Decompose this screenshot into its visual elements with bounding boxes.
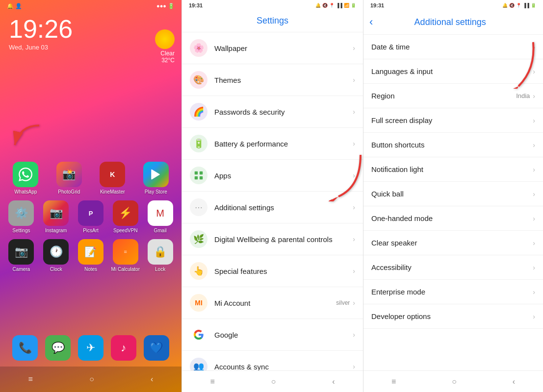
settings-item-additional[interactable]: ⋯ Additional settings › [182,192,363,223]
speedvpn-icon: ⚡ [113,200,138,226]
dock-app5[interactable]: 💙 [140,335,173,363]
phone1-homescreen: 🔔 👤 ●●● 🔋 19:26 Wed, June 03 Clear 32°C … [0,0,181,392]
location-icon: 📍 [329,3,335,8]
phone3-additional-settings: 19:31 🔔 🔇 📍 ▐▐ 🔋 ‹ Additional settings D… [363,0,543,392]
app-speedvpn[interactable]: ⚡ SpeedVPN [108,200,143,233]
phone2-menu-btn[interactable]: ≡ [210,377,214,386]
settings-item-battery[interactable]: 🔋 Battery & performance › [182,128,363,160]
camera-label: Camera [13,267,30,272]
settings-item-apps[interactable]: Apps › [182,160,363,192]
calculator-label: Mi Calculator [111,267,140,272]
settings-list: 🌸 Wallpaper › 🎨 Themes › 🌈 Passwords & s… [182,32,363,380]
settings-item-google[interactable]: Google › [182,319,363,351]
phone1-back-btn[interactable]: ‹ [151,375,153,384]
apps-row-3: 📷 Camera 🕐 Clock 📝 Notes = Mi Calculator… [4,239,178,272]
app-gmail[interactable]: M Gmail [143,200,178,233]
dock-music[interactable]: ♪ [107,335,140,363]
battery-icon-wrap: 🔋 [190,135,207,152]
app-settings[interactable]: ⚙️ Settings [4,200,39,233]
add-item-region[interactable]: Region India › [363,84,543,108]
notif-icon3: 🔔 [502,3,508,8]
add-item-fullscreen[interactable]: Full screen display › [363,108,543,133]
settings-app-label: Settings [12,228,30,233]
add-item-datetime[interactable]: Date & time › [363,35,543,59]
add-item-developer[interactable]: Developer options › [363,304,543,329]
back-button[interactable]: ‹ [369,16,373,28]
dock-telegram[interactable]: ✈ [75,335,107,363]
phone2-status-bar: 19:31 🔔 🔇 📍 ▐▐ 📶 🔋 [182,0,363,11]
app-notes[interactable]: 📝 Notes [74,239,108,272]
wallpaper-chevron: › [353,44,355,52]
special-text: Special features [214,267,353,275]
digital-text: Digital Wellbeing & parental controls [214,235,353,244]
phone3-menu-btn[interactable]: ≡ [391,377,396,386]
speedvpn-label: SpeedVPN [113,228,137,233]
settings-item-themes[interactable]: 🎨 Themes › [182,64,363,96]
clear-speaker-text: Clear speaker [371,239,533,247]
app5-icon: 💙 [144,335,169,361]
accounts-title: Accounts & sync [214,363,353,371]
mute-icon: 🔇 [322,3,328,8]
add-item-one-handed[interactable]: One-handed mode › [363,206,543,231]
phone2-home-btn[interactable]: ○ [271,377,276,386]
app-playstore[interactable]: Play Store [138,162,174,195]
wifi-icon: 📶 [344,3,349,8]
settings-item-digital[interactable]: 🌿 Digital Wellbeing & parental controls … [182,223,363,255]
instagram-icon: 📷 [43,200,69,226]
app-kinemaster[interactable]: K KineMaster [95,162,130,195]
messages-icon: 💬 [45,335,71,361]
app-instagram[interactable]: 📷 Instagram [39,200,74,233]
special-chevron: › [353,267,355,275]
datetime-text: Date & time [371,43,533,51]
weather-temp: 32°C [155,57,175,64]
add-settings-header: ‹ Additional settings [363,11,543,35]
add-item-button-shortcuts[interactable]: Button shortcuts › [363,133,543,157]
picsart-label: PicsArt [83,228,99,233]
picsart-icon: P [78,200,103,226]
region-text: Region [371,92,516,100]
phone3-home-btn[interactable]: ○ [452,377,457,386]
settings-item-mi[interactable]: MI Mi Account silver › [182,287,363,319]
app-whatsapp[interactable]: WhatsApp [8,162,43,195]
settings-item-passwords[interactable]: 🌈 Passwords & security › [182,96,363,128]
themes-chevron: › [353,76,355,84]
developer-text: Developer options [371,312,533,320]
phone1-home-btn[interactable]: ○ [89,375,94,384]
app-lock[interactable]: 🔒 Lock [143,239,178,272]
themes-text: Themes [214,76,353,84]
settings-title: Settings [257,16,288,25]
telegram-icon: ✈ [78,335,103,361]
add-item-clear-speaker[interactable]: Clear speaker › [363,231,543,255]
settings-item-wallpaper[interactable]: 🌸 Wallpaper › [182,32,363,64]
settings-item-special[interactable]: 👆 Special features › [182,255,363,287]
add-item-accessibility[interactable]: Accessibility › [363,255,543,280]
add-item-enterprise[interactable]: Enterprise mode › [363,280,543,304]
apps-icon-wrap [190,167,207,184]
apps-chevron: › [353,172,355,179]
gmail-label: Gmail [154,228,167,233]
phone2-back-btn[interactable]: ‹ [332,377,335,386]
notes-label: Notes [84,267,97,272]
google-icon [193,329,204,340]
settings-icon: ⚙️ [8,200,34,226]
phone1-status-icons-left: 🔔 👤 [7,3,22,9]
app-calculator[interactable]: = Mi Calculator [108,239,143,272]
phone1-menu-btn[interactable]: ≡ [28,375,33,384]
dock-messages[interactable]: 💬 [42,335,75,363]
clear-speaker-chevron: › [533,239,535,247]
weather-icon [155,29,175,49]
mi-badge: silver [336,299,350,306]
app-clock[interactable]: 🕐 Clock [39,239,74,272]
accounts-text: Accounts & sync [214,363,353,371]
app-picsart[interactable]: P PicsArt [74,200,108,233]
add-item-languages[interactable]: Languages & input › [363,59,543,84]
signal-icon3: ▐▐ [523,3,529,8]
app-camera[interactable]: 📷 Camera [4,239,39,272]
instagram-label: Instagram [45,228,67,233]
phone3-back-btn[interactable]: ‹ [513,377,515,386]
add-item-quick-ball[interactable]: Quick ball › [363,182,543,206]
phone1-date: Wed, June 03 [0,42,181,53]
app-photogrid[interactable]: 📸 PhotoGrid [52,162,87,195]
dock-phone[interactable]: 📞 [9,335,42,363]
add-item-notification-light[interactable]: Notification light › [363,157,543,182]
